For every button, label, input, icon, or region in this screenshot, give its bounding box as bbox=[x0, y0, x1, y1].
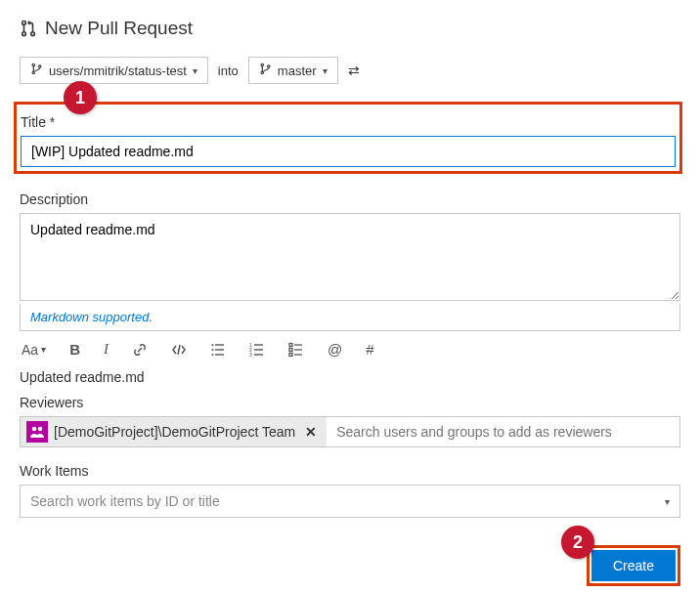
chevron-down-icon: ▾ bbox=[323, 65, 328, 76]
callout-badge-2: 2 bbox=[561, 526, 594, 559]
target-branch-name: master bbox=[278, 64, 317, 78]
editor-toolbar: Aa▾ B I 123 @ # bbox=[20, 331, 680, 369]
svg-rect-22 bbox=[254, 354, 263, 355]
numbered-list-button[interactable]: 123 bbox=[249, 342, 265, 358]
checklist-button[interactable] bbox=[288, 342, 304, 358]
svg-point-4 bbox=[32, 64, 34, 65]
swap-branches-icon[interactable]: ⇄ bbox=[348, 63, 360, 78]
description-label: Description bbox=[20, 191, 680, 207]
branch-icon bbox=[259, 63, 272, 78]
code-button[interactable] bbox=[171, 342, 187, 358]
source-branch-dropdown[interactable]: users/mmitrik/status-test ▾ bbox=[20, 57, 208, 84]
svg-point-15 bbox=[211, 354, 213, 356]
svg-rect-20 bbox=[254, 349, 263, 350]
target-branch-dropdown[interactable]: master ▾ bbox=[248, 57, 338, 84]
svg-rect-18 bbox=[254, 344, 263, 345]
create-highlight-box: Create bbox=[587, 545, 680, 586]
svg-rect-25 bbox=[289, 348, 292, 351]
title-input[interactable] bbox=[21, 136, 676, 167]
reviewers-label: Reviewers bbox=[20, 395, 680, 410]
svg-rect-12 bbox=[215, 344, 224, 345]
branch-icon bbox=[30, 63, 43, 78]
svg-point-13 bbox=[211, 349, 213, 351]
link-button[interactable] bbox=[132, 342, 148, 358]
mention-button[interactable]: @ bbox=[328, 341, 342, 358]
team-avatar-icon bbox=[26, 421, 48, 443]
svg-point-1 bbox=[22, 32, 26, 36]
svg-rect-16 bbox=[215, 354, 224, 355]
work-items-placeholder: Search work items by ID or title bbox=[30, 493, 220, 509]
create-button[interactable]: Create bbox=[591, 550, 676, 581]
callout-badge-1: 1 bbox=[64, 81, 97, 114]
description-textarea[interactable] bbox=[20, 213, 680, 301]
reviewer-chip-label: [DemoGitProject]\DemoGitProject Team bbox=[54, 424, 295, 440]
svg-point-3 bbox=[31, 32, 35, 36]
page-header: New Pull Request bbox=[20, 18, 680, 39]
footer-row: 2 Create bbox=[20, 545, 680, 586]
svg-point-5 bbox=[32, 71, 34, 73]
svg-rect-14 bbox=[215, 349, 224, 350]
work-items-dropdown[interactable]: Search work items by ID or title ▾ bbox=[20, 485, 680, 518]
reviewers-input-box[interactable]: [DemoGitProject]\DemoGitProject Team ✕ bbox=[20, 416, 680, 447]
remove-reviewer-icon[interactable]: ✕ bbox=[301, 424, 321, 440]
into-label: into bbox=[218, 64, 239, 78]
svg-rect-23 bbox=[289, 343, 292, 346]
svg-point-7 bbox=[261, 64, 263, 65]
reviewer-chip: [DemoGitProject]\DemoGitProject Team ✕ bbox=[21, 417, 327, 446]
svg-point-9 bbox=[267, 65, 269, 67]
bullet-list-button[interactable] bbox=[210, 342, 226, 358]
description-preview: Updated readme.md bbox=[20, 369, 680, 385]
italic-button[interactable]: I bbox=[104, 341, 109, 358]
svg-text:3: 3 bbox=[249, 352, 252, 358]
branch-selector-row: users/mmitrik/status-test ▾ into master … bbox=[20, 57, 680, 84]
title-label: Title bbox=[21, 114, 676, 130]
font-size-button[interactable]: Aa▾ bbox=[22, 342, 46, 358]
svg-point-30 bbox=[38, 427, 43, 432]
svg-point-8 bbox=[261, 71, 263, 73]
page-title: New Pull Request bbox=[45, 18, 193, 39]
svg-line-10 bbox=[178, 345, 180, 355]
svg-point-11 bbox=[211, 344, 213, 346]
svg-rect-27 bbox=[289, 353, 292, 356]
svg-point-0 bbox=[22, 21, 26, 25]
hashtag-button[interactable]: # bbox=[366, 341, 373, 358]
bold-button[interactable]: B bbox=[69, 341, 80, 358]
source-branch-name: users/mmitrik/status-test bbox=[49, 64, 187, 78]
pull-request-icon bbox=[20, 20, 37, 37]
markdown-supported-link[interactable]: Markdown supported. bbox=[20, 304, 680, 331]
work-items-label: Work Items bbox=[20, 463, 680, 479]
title-highlight-box: 1 Title bbox=[14, 102, 682, 174]
svg-point-29 bbox=[32, 427, 37, 432]
svg-point-6 bbox=[39, 65, 41, 67]
reviewers-search-input[interactable] bbox=[327, 418, 679, 445]
chevron-down-icon: ▾ bbox=[665, 496, 670, 507]
chevron-down-icon: ▾ bbox=[193, 65, 197, 76]
